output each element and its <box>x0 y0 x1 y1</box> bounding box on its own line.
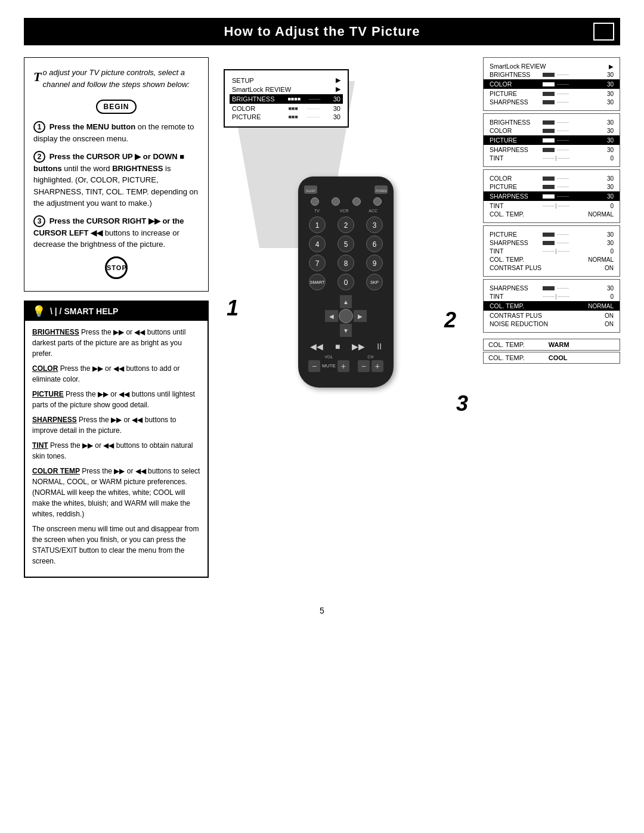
rmb5-coltemp: COL. TEMP. NORMAL <box>484 301 620 311</box>
instructions-box: T o adjust your TV picture controls, sel… <box>24 57 209 292</box>
step-1: 1 Press the MENU button on the remote to… <box>33 121 199 145</box>
step-2: 2 Press the CURSOR UP ▶ or DOWN ■ button… <box>33 151 199 209</box>
rmb5-sharpness: SHARPNESS ········ 30 <box>490 284 614 292</box>
acc-label: ACC <box>369 209 377 213</box>
help-brightness: BRIGHTNESS Press the ▶▶ or ◀◀ buttons un… <box>32 327 200 359</box>
exit-btn[interactable] <box>332 197 340 206</box>
dpad-right[interactable]: ▶ <box>354 310 367 322</box>
help-tint-text: Press the ▶▶ or ◀◀ buttons to obtain nat… <box>32 441 193 460</box>
step-2-num: 2 <box>33 151 45 163</box>
vcr-label: VCR <box>340 209 349 213</box>
step-num-1: 1 <box>227 296 239 321</box>
step-num-3: 3 <box>456 391 468 416</box>
vol-up[interactable]: + <box>338 360 349 372</box>
btn-smart[interactable]: SMART <box>309 274 326 290</box>
btn-4[interactable]: 4 <box>309 236 326 252</box>
dpad-center[interactable] <box>339 309 353 323</box>
page-container: How to Adjust the TV Picture T o adjust … <box>0 0 644 833</box>
btn-1[interactable]: 1 <box>309 216 326 233</box>
step-1-num: 1 <box>33 121 45 133</box>
btn-2[interactable]: 2 <box>338 216 354 233</box>
help-picture-label: PICTURE <box>32 390 64 398</box>
smart-help-box: 💡 \ | / SMART HELP BRIGHTNESS Press the … <box>24 301 209 578</box>
btn-3[interactable]: 3 <box>366 216 383 233</box>
step-num-2: 2 <box>444 308 456 333</box>
btn-6[interactable]: 6 <box>366 236 383 252</box>
stop-btn[interactable]: ■ <box>335 342 340 351</box>
power-button[interactable]: POWER <box>374 185 388 194</box>
intro-body: o adjust your TV picture controls, selec… <box>42 68 189 89</box>
cc-btn[interactable] <box>352 197 361 206</box>
sleep-button[interactable]: SLEEP <box>304 185 317 194</box>
title-bar: How to Adjust the TV Picture <box>24 18 620 45</box>
vol-rocker: VOL − MUTE + <box>308 355 349 372</box>
btn-9[interactable]: 9 <box>366 255 383 271</box>
rmb1-picture: PICTURE ········ 30 <box>490 90 614 97</box>
remote-top-buttons: SLEEP POWER <box>304 185 388 194</box>
corner-box <box>593 23 614 41</box>
pause-btn[interactable]: II <box>377 342 382 351</box>
rmb1-smartlock: SmartLock REVIEW ▶ <box>490 63 614 70</box>
menu-row-smartlock: SmartLock REVIEW ▶ <box>232 85 340 93</box>
rmb5-tint: TINT ········∣········ 0 <box>490 293 614 300</box>
stop-circle: STOP <box>105 256 128 279</box>
btn-skip[interactable]: SKP <box>366 274 383 290</box>
mute-label: MUTE <box>322 360 336 372</box>
rmb4-coltemp: COL. TEMP. NORMAL <box>490 256 614 263</box>
clock-btn[interactable] <box>373 197 382 206</box>
right-menu-5: SHARPNESS ········ 30 TINT ········∣····… <box>483 279 620 333</box>
dpad-up[interactable]: ▲ <box>340 295 352 308</box>
temp-warm-label: COL. TEMP. <box>488 341 525 348</box>
center-area: SETUP ▶ SmartLock REVIEW ▶ BRIGHTNESS ■■… <box>218 57 474 594</box>
btn-5[interactable]: 5 <box>338 236 354 252</box>
help-sharpness-label: SHARPNESS <box>32 416 77 424</box>
help-color-temp-label: COLOR TEMP <box>32 467 80 475</box>
fwd-btn[interactable]: ▶▶ <box>352 342 365 351</box>
stop-badge: STOP <box>33 256 199 279</box>
help-closing-text: The onscreen menu will time out and disa… <box>32 525 199 565</box>
rmb4-contrastplus: CONTRSAT PLUS ON <box>490 264 614 271</box>
temp-box-cool: COL. TEMP. COOL <box>483 352 620 364</box>
rwd-btn[interactable]: ◀◀ <box>310 342 323 351</box>
btn-0[interactable]: 0 <box>338 274 354 290</box>
remote-status-row <box>304 197 388 206</box>
dpad-left[interactable]: ◀ <box>325 310 338 322</box>
status-btn[interactable] <box>311 197 319 206</box>
rmb2-tint: TINT ········∣········ 0 <box>490 154 614 162</box>
btn-8[interactable]: 8 <box>338 255 354 271</box>
smart-help-label: \ | / SMART HELP <box>50 306 118 316</box>
menu-screen-1: SETUP ▶ SmartLock REVIEW ▶ BRIGHTNESS ■■… <box>224 69 349 128</box>
drop-cap: T <box>33 67 41 86</box>
help-brightness-label: BRIGHTNESS <box>32 328 79 336</box>
rmb5-noisered: NOISE REDUCTION ON <box>490 320 614 327</box>
help-color: COLOR Press the ▶▶ or ◀◀ buttons to add … <box>32 363 200 385</box>
step-3-num: 3 <box>33 215 45 227</box>
left-panel: T o adjust your TV picture controls, sel… <box>24 57 209 594</box>
numpad: 1 2 3 4 5 6 7 8 9 SMART 0 SKP <box>304 216 388 290</box>
dpad-down[interactable]: ▼ <box>340 324 352 337</box>
vol-down[interactable]: − <box>308 360 320 372</box>
menu-row-picture: PICTURE ■■■ ········· 30 <box>232 113 340 120</box>
rmb4-sharpness: SHARPNESS ········ 30 <box>490 239 614 246</box>
step-3: 3 Press the CURSOR RIGHT ▶▶ or the CURSO… <box>33 215 199 250</box>
btn-7[interactable]: 7 <box>309 255 326 271</box>
help-tint: TINT Press the ▶▶ or ◀◀ buttons to obtai… <box>32 440 200 462</box>
ch-down[interactable]: − <box>358 360 370 372</box>
intro-text: T o adjust your TV picture controls, sel… <box>33 67 199 90</box>
dpad: ▲ ▼ ◀ ▶ <box>325 295 367 337</box>
rmb3-coltemp: COL. TEMP. NORMAL <box>490 210 614 218</box>
rmb2-sharpness: SHARPNESS ········ 30 <box>490 146 614 153</box>
temp-warm-value: WARM <box>549 341 569 348</box>
begin-wrap: BEGIN <box>33 96 199 117</box>
remote-body: SLEEP POWER TV VCR ACC <box>298 176 394 388</box>
rmb3-tint: TINT ········∣········ 0 <box>490 202 614 209</box>
rmb1-color: COLOR ········ 30 <box>484 79 620 89</box>
help-picture: PICTURE Press the ▶▶ or ◀◀ buttons until… <box>32 389 200 410</box>
help-closing: The onscreen menu will time out and disa… <box>32 524 200 566</box>
remote-control: SLEEP POWER TV VCR ACC <box>298 176 394 388</box>
temp-boxes: COL. TEMP. WARM COL. TEMP. COOL <box>483 339 620 365</box>
rmb5-contrastplus: CONTRAST PLUS ON <box>490 312 614 319</box>
rmb3-color: COLOR ········ 30 <box>490 175 614 182</box>
main-layout: T o adjust your TV picture controls, sel… <box>24 57 620 594</box>
ch-up[interactable]: + <box>371 360 383 372</box>
